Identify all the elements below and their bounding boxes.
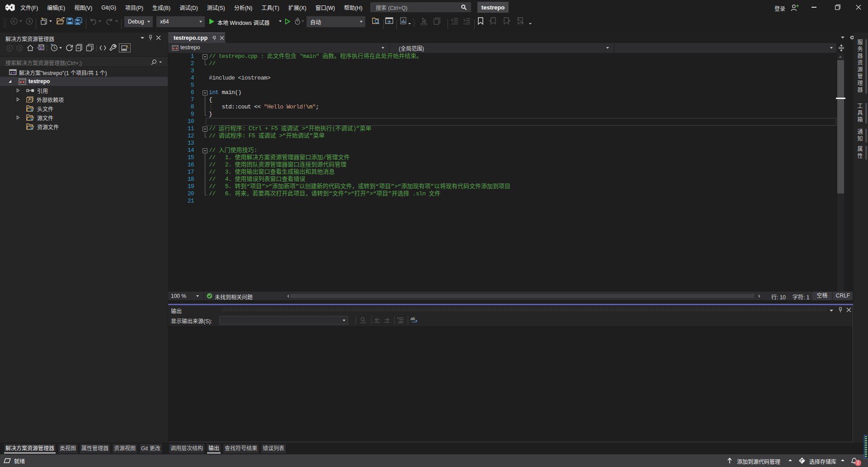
svg-text:ab: ab <box>410 316 415 321</box>
